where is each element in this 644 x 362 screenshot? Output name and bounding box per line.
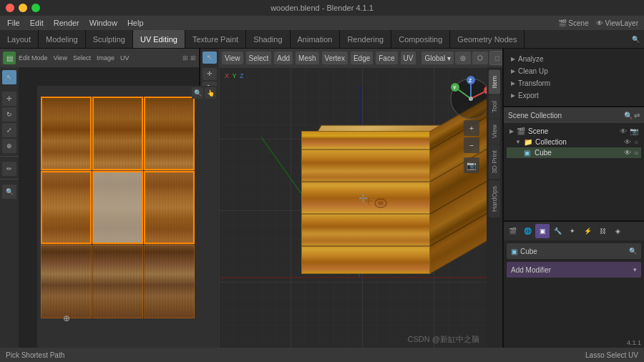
tab-rendering[interactable]: Rendering: [340, 30, 391, 48]
vp-view-btn[interactable]: View: [222, 52, 243, 64]
close-button[interactable]: [6, 4, 14, 12]
tab-layout[interactable]: Layout: [0, 30, 39, 48]
svg-point-37: [469, 97, 473, 101]
edit-mode-label: Edit Mode: [19, 54, 48, 62]
view-tab[interactable]: View: [489, 119, 500, 144]
export-header[interactable]: ▶ Export: [511, 89, 637, 102]
menu-file[interactable]: File: [3, 18, 24, 28]
version-text: 4.1.1: [627, 339, 641, 346]
vp-vertex-btn[interactable]: Vertex: [322, 52, 348, 64]
scene-eye[interactable]: 👁: [620, 127, 627, 135]
uv-image-menu[interactable]: Image: [97, 54, 114, 62]
tab-compositing[interactable]: Compositing: [391, 30, 450, 48]
vp-uv-btn[interactable]: UV: [401, 52, 416, 64]
prop-object-icon[interactable]: ▣: [535, 224, 550, 238]
scene-icon: 🎬: [517, 127, 525, 135]
prop-world-icon[interactable]: 🌐: [520, 224, 535, 238]
uv-sel-8: [92, 245, 143, 318]
move-tool[interactable]: ✛: [2, 92, 16, 106]
scene-item[interactable]: ▶ 🎬 Scene 👁 📷: [507, 126, 641, 137]
mid-select-tool[interactable]: ↖: [203, 52, 217, 64]
cube-outliner-item[interactable]: ▣ Cube 👁 ○: [507, 147, 641, 158]
prop-scene-icon[interactable]: 🎬: [505, 224, 519, 238]
export-arrow: ▶: [511, 92, 515, 99]
analyze-section: ▶ Analyze ▶ Clean Up ▶ Transform ▶ Expor…: [507, 52, 641, 103]
3dprint-tab[interactable]: 3D Print: [489, 145, 500, 180]
cube-restrict[interactable]: ○: [634, 149, 638, 157]
transform-header[interactable]: ▶ Transform: [511, 77, 637, 89]
analyze-header[interactable]: ▶ Analyze: [511, 53, 637, 65]
coll-restrict[interactable]: ○: [634, 138, 638, 146]
scene-name: Scene: [528, 127, 548, 135]
window-title: wooden.blend - Blender 4.1.1: [270, 4, 374, 12]
annotate-tool[interactable]: ✏: [2, 162, 16, 176]
zoom-out-btn[interactable]: −: [464, 137, 479, 153]
tab-shading[interactable]: Shading: [246, 30, 290, 48]
prop-modifier-icon[interactable]: 🔧: [550, 224, 565, 238]
prop-data-icon[interactable]: ◈: [610, 224, 625, 238]
pin-uv-btn[interactable]: 👆: [205, 87, 216, 99]
prop-physics-icon[interactable]: ⚡: [580, 224, 595, 238]
svg-text:Y: Y: [453, 85, 457, 90]
tab-geometry-nodes[interactable]: Geometry Nodes: [450, 30, 525, 48]
menu-window[interactable]: Window: [85, 18, 122, 28]
vp-xray-btn[interactable]: ⬡: [472, 52, 488, 64]
prop-constraints-icon[interactable]: ⛓: [595, 224, 610, 238]
right-section: View Select Add Mesh Vertex Edge Face UV…: [219, 49, 502, 348]
scale-tool[interactable]: ⤢: [2, 123, 16, 137]
menu-help[interactable]: Help: [123, 18, 148, 28]
mid-cursor-tool[interactable]: ✛: [203, 68, 217, 80]
zoom-in-btn[interactable]: +: [464, 120, 479, 136]
hardops-tab[interactable]: HardOps: [489, 180, 500, 217]
vp-overlay-btn[interactable]: ◎: [455, 52, 471, 64]
vp-select-btn[interactable]: Select: [246, 52, 272, 64]
scene-camera[interactable]: 📷: [630, 127, 638, 135]
scene-collection-body: ▶ 🎬 Scene 👁 📷 ▼ 📁 Collection 👁 ○: [504, 123, 644, 161]
coll-eye[interactable]: 👁: [624, 138, 631, 146]
tool-tab[interactable]: Tool: [489, 95, 500, 119]
vp-edge-btn[interactable]: Edge: [351, 52, 373, 64]
uv-menu[interactable]: UV: [120, 54, 130, 62]
cube-eye[interactable]: 👁: [624, 149, 631, 157]
titlebar: wooden.blend - Blender 4.1.1: [0, 0, 644, 16]
tab-uv-editing[interactable]: UV Editing: [133, 30, 185, 48]
y-axis-indicator: Y: [233, 72, 237, 79]
search-icon[interactable]: 🔍: [628, 30, 644, 48]
analyze-arrow: ▶: [511, 56, 515, 62]
vp-global-btn[interactable]: Global ▾: [421, 52, 454, 64]
uv-sel-1: [41, 97, 92, 170]
wire-mode-btn[interactable]: ◻: [490, 52, 502, 64]
uv-view-btn[interactable]: ▤: [3, 52, 16, 64]
tab-animation[interactable]: Animation: [291, 30, 341, 48]
uv-view-menu[interactable]: View: [54, 54, 67, 62]
minimize-button[interactable]: [19, 4, 27, 12]
transform-arrow: ▶: [511, 80, 515, 87]
zoom-tool[interactable]: 🔍: [2, 185, 16, 199]
tab-sculpting[interactable]: Sculpting: [86, 30, 133, 48]
rotate-tool[interactable]: ↻: [2, 107, 16, 122]
vp-add-btn[interactable]: Add: [274, 52, 293, 64]
outliner-and-props: Scene Collection 🔍 ⇄ ▶ 🎬 Scene 👁 📷: [504, 106, 644, 348]
cursor-tool[interactable]: ↖: [2, 70, 16, 84]
cleanup-header[interactable]: ▶ Clean Up: [511, 65, 637, 77]
vp-face-btn[interactable]: Face: [376, 52, 397, 64]
item-tab[interactable]: Item: [489, 70, 500, 94]
search-uv-btn[interactable]: 🔍: [192, 87, 203, 99]
collection-item[interactable]: ▼ 📁 Collection 👁 ○: [507, 137, 641, 147]
object-name-field[interactable]: ▣ Cube 🔍: [507, 243, 641, 259]
obj-search-icon[interactable]: 🔍: [629, 248, 637, 255]
prop-particles-icon[interactable]: ✦: [565, 224, 580, 238]
camera-btn[interactable]: 📷: [464, 157, 479, 173]
maximize-button[interactable]: [31, 4, 40, 12]
tab-texture-paint[interactable]: Texture Paint: [185, 30, 246, 48]
outliner-sync-btn[interactable]: ⇄: [634, 112, 640, 119]
vp-mesh-btn[interactable]: Mesh: [296, 52, 318, 64]
uv-canvas-icons: 🔍 👆: [192, 87, 216, 99]
uv-select-menu[interactable]: Select: [73, 54, 91, 62]
tab-modeling[interactable]: Modeling: [39, 30, 86, 48]
outliner-filter-btn[interactable]: 🔍: [624, 112, 633, 119]
add-modifier-btn[interactable]: Add Modifier ▾: [507, 262, 641, 278]
menu-edit[interactable]: Edit: [26, 18, 48, 28]
transform-tool[interactable]: ⊕: [2, 139, 16, 153]
menu-render[interactable]: Render: [49, 18, 84, 28]
